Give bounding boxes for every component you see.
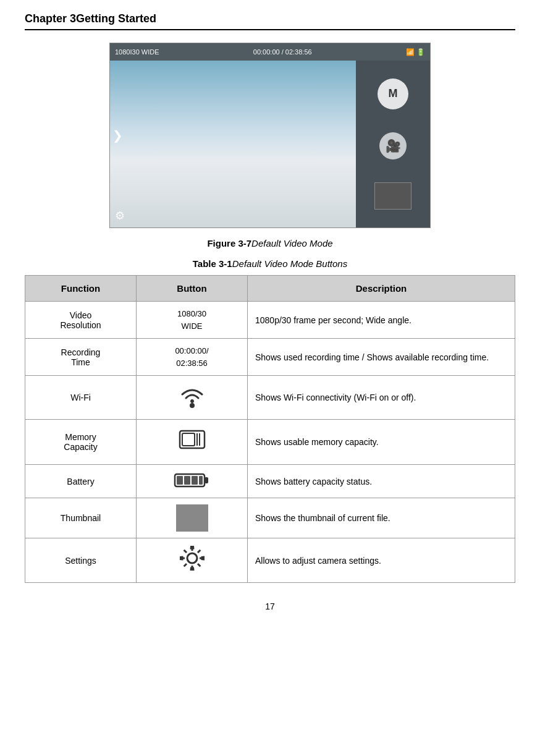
cell-description-2: Shows Wi-Fi connectivity (Wi-Fi on or of… (248, 376, 515, 420)
figure-title: Default Video Mode (251, 238, 332, 248)
table-row: VideoResolution1080/30WIDE1080p/30 frame… (25, 302, 515, 339)
cell-function-1: RecordingTime (25, 339, 137, 376)
thumbnail-icon (144, 504, 240, 532)
cell-button-6 (137, 538, 248, 583)
page-number: 17 (25, 601, 515, 611)
cell-description-0: 1080p/30 frame per second; Wide angle. (248, 302, 515, 339)
cell-function-4: Battery (25, 465, 137, 498)
svg-rect-2 (182, 433, 195, 446)
camera-time-label: 00:00:00 / 02:38:56 (253, 48, 312, 56)
figure-label: Figure 3-7 (207, 238, 251, 248)
buttons-table: Function Button Description VideoResolut… (25, 275, 515, 583)
camera-top-bar: 1080I30 WIDE 00:00:00 / 02:38:56 📶 🔋 (110, 43, 430, 61)
cell-button-5 (137, 498, 248, 538)
mode-button[interactable]: M (378, 79, 408, 109)
cell-description-4: Shows battery capacity status. (248, 465, 515, 498)
settings-gear-icon (144, 545, 240, 576)
chapter-title: Chapter 3Getting Started (25, 12, 515, 30)
camera-side-panel: M 🎥 (356, 61, 430, 227)
figure-container: 1080I30 WIDE 00:00:00 / 02:38:56 📶 🔋 ❯ ⚙… (25, 43, 515, 228)
svg-rect-10 (192, 476, 198, 485)
svg-line-19 (198, 550, 200, 553)
table-row: Battery Shows battery capacity status. (25, 465, 515, 498)
cell-button-3 (137, 420, 248, 465)
table-row: RecordingTime00:00:00/02:38:56Shows used… (25, 339, 515, 376)
camera-screenshot: 1080I30 WIDE 00:00:00 / 02:38:56 📶 🔋 ❯ ⚙… (109, 43, 431, 228)
figure-caption: Figure 3-7Default Video Mode (25, 238, 515, 248)
cell-function-6: Settings (25, 538, 137, 583)
cell-description-3: Shows usable memory capacity. (248, 420, 515, 465)
svg-line-17 (184, 550, 186, 553)
thumbnail-button[interactable] (374, 182, 411, 210)
battery-icon (174, 471, 211, 491)
cell-function-5: Thumbnail (25, 498, 137, 538)
cell-button-4 (137, 465, 248, 498)
camera-status-icons: 📶 🔋 (406, 48, 425, 56)
svg-rect-11 (199, 476, 203, 485)
memory-icon (144, 426, 240, 458)
record-button[interactable]: 🎥 (379, 132, 407, 159)
cell-button-1: 00:00:00/02:38:56 (137, 339, 248, 376)
table-row: Wi-Fi Shows Wi-Fi connectivity (Wi-Fi on… (25, 376, 515, 420)
table-label: Table 3-1 (193, 258, 232, 269)
cell-button-2 (137, 376, 248, 420)
camera-landscape-view (110, 61, 356, 227)
svg-rect-9 (184, 476, 190, 485)
cell-description-5: Shows the thumbnail of current file. (248, 498, 515, 538)
wifi-icon (144, 382, 240, 413)
table-row: Thumbnail Shows the thumbnail of current… (25, 498, 515, 538)
table-header-row: Function Button Description (25, 276, 515, 302)
button-text-0: 1080/30WIDE (177, 309, 206, 331)
table-title: Default Video Mode Buttons (232, 258, 348, 269)
svg-rect-7 (205, 477, 208, 483)
svg-line-18 (198, 564, 200, 566)
cell-function-2: Wi-Fi (25, 376, 137, 420)
cell-description-6: Allows to adjust camera settings. (248, 538, 515, 583)
cell-function-0: VideoResolution (25, 302, 137, 339)
col-header-description: Description (248, 276, 515, 302)
settings-icon-overlay: ⚙ (115, 209, 125, 223)
cell-function-3: MemoryCapacity (25, 420, 137, 465)
svg-line-20 (184, 564, 186, 566)
col-header-button: Button (137, 276, 248, 302)
cell-button-0: 1080/30WIDE (137, 302, 248, 339)
button-text-1: 00:00:00/02:38:56 (175, 346, 208, 368)
svg-point-12 (187, 553, 197, 563)
left-chevron-icon: ❯ (112, 128, 123, 143)
svg-rect-8 (177, 476, 183, 485)
table-row: Settings Allows to adj (25, 538, 515, 583)
camera-resolution-label: 1080I30 WIDE (115, 48, 159, 56)
table-row: MemoryCapacity Shows usable memory capac… (25, 420, 515, 465)
col-header-function: Function (25, 276, 137, 302)
cell-description-1: Shows used recording time / Shows availa… (248, 339, 515, 376)
svg-point-0 (190, 403, 195, 408)
table-caption: Table 3-1Default Video Mode Buttons (25, 258, 515, 269)
